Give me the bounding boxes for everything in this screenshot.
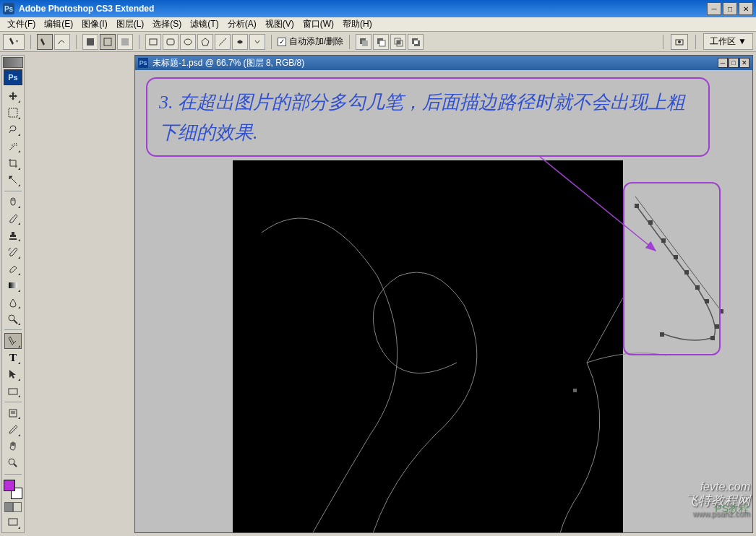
menu-image[interactable]: 图像(I) [77, 17, 111, 32]
menu-help[interactable]: 帮助(H) [338, 17, 377, 32]
marquee-tool[interactable] [4, 105, 22, 121]
blur-tool[interactable] [4, 295, 22, 310]
intersect-path-btn[interactable] [390, 34, 406, 50]
auto-checkbox[interactable]: ✓ [278, 38, 286, 46]
menu-file[interactable]: 文件(F) [3, 17, 40, 32]
menu-view[interactable]: 视图(V) [261, 17, 298, 32]
dodge-icon [7, 314, 19, 325]
pen-tool-btn[interactable] [37, 34, 53, 50]
document-title: 未标题-1.psd @ 66.7% (图层 8, RGB/8) [153, 57, 304, 69]
path-selection-tool[interactable] [4, 367, 22, 382]
menu-layer[interactable]: 图层(L) [112, 17, 149, 32]
ellipse-shape-btn[interactable] [180, 34, 196, 50]
svg-rect-26 [9, 389, 17, 394]
svg-point-5 [184, 39, 192, 45]
svg-rect-0 [87, 38, 94, 46]
paths-btn[interactable] [100, 34, 116, 50]
marquee-icon [7, 107, 19, 118]
doc-minimize-btn[interactable]: ─ [718, 58, 728, 68]
separator [695, 35, 696, 49]
quickmask-btn[interactable] [13, 502, 22, 512]
eyedropper-tool[interactable] [4, 422, 22, 437]
rectangle-icon [148, 37, 158, 47]
auto-add-delete-option[interactable]: ✓ 自动添加/删除 [278, 35, 343, 48]
healing-tool[interactable] [4, 194, 22, 209]
doc-maximize-btn[interactable]: □ [729, 58, 739, 68]
freeform-pen-icon [57, 37, 67, 47]
separator [76, 35, 77, 49]
auto-label: 自动添加/删除 [289, 35, 343, 48]
rectangle-shape-btn[interactable] [145, 34, 161, 50]
shape-tools-group [145, 34, 265, 50]
stamp-tool[interactable] [4, 228, 22, 243]
dodge-tool[interactable] [4, 311, 22, 327]
color-swatches[interactable] [4, 480, 22, 499]
tool-separator [4, 402, 22, 402]
window-controls: ─ □ ✕ [707, 2, 753, 15]
workspace-label: 工作区 ▼ [710, 35, 747, 48]
move-tool[interactable] [4, 89, 22, 104]
maximize-button[interactable]: □ [723, 2, 737, 15]
current-tool-preset[interactable] [3, 34, 25, 50]
slice-icon [7, 174, 19, 186]
notes-tool[interactable] [4, 405, 22, 420]
canvas-content[interactable] [233, 160, 623, 532]
hand-icon [7, 441, 19, 452]
crop-icon [7, 157, 19, 169]
subtract-path-btn[interactable] [373, 34, 389, 50]
menu-analysis[interactable]: 分析(A) [223, 17, 261, 32]
blur-icon [7, 297, 19, 308]
freeform-pen-btn[interactable] [54, 34, 70, 50]
standard-mode-btn[interactable] [4, 502, 13, 512]
hand-tool[interactable] [4, 439, 22, 454]
path-selection-icon [7, 368, 19, 380]
custom-shape-btn[interactable] [232, 34, 248, 50]
canvas-viewport[interactable]: 3. 在超出图片的部分多勾几笔，后面描边路径时就不会出现上粗下细的效果. [135, 70, 752, 532]
workspace-switcher[interactable]: 工作区 ▼ [703, 33, 753, 50]
tool-separator [4, 474, 22, 475]
screen-mode-btn[interactable] [4, 515, 22, 530]
options-bar: ✓ 自动添加/删除 工作区 ▼ [0, 32, 756, 52]
lasso-tool[interactable] [4, 122, 22, 137]
menu-edit[interactable]: 编辑(E) [40, 17, 77, 32]
annotation-text: 3. 在超出图片的部分多勾几笔，后面描边路径时就不会出现上粗下细的效果. [159, 92, 685, 143]
menu-filter[interactable]: 滤镜(T) [186, 17, 223, 32]
doc-close-btn[interactable]: ✕ [739, 58, 749, 68]
menu-window[interactable]: 窗口(W) [298, 17, 338, 32]
type-tool[interactable]: T [4, 350, 22, 366]
polygon-icon [200, 37, 210, 47]
minimize-button[interactable]: ─ [707, 2, 721, 15]
separator [349, 35, 350, 49]
slice-tool[interactable] [4, 173, 22, 188]
crop-tool[interactable] [4, 155, 22, 170]
rounded-rect-btn[interactable] [163, 34, 179, 50]
close-button[interactable]: ✕ [739, 2, 753, 15]
fill-pixels-btn[interactable] [117, 34, 133, 50]
path-mode-group [82, 34, 133, 50]
toolbox[interactable]: Ps T [1, 55, 25, 533]
pen-tool-icon [7, 335, 19, 347]
go-to-bridge-btn[interactable] [671, 34, 688, 50]
pen-tool[interactable] [4, 333, 22, 348]
polygon-shape-btn[interactable] [197, 34, 213, 50]
tool-separator [4, 191, 22, 191]
foreground-color[interactable] [4, 480, 15, 491]
menu-select[interactable]: 选择(S) [148, 17, 186, 32]
line-shape-btn[interactable] [215, 34, 231, 50]
gradient-tool[interactable] [4, 278, 22, 293]
brush-tool[interactable] [4, 211, 22, 226]
exclude-path-btn[interactable] [408, 34, 424, 50]
separator [30, 35, 31, 49]
wand-tool[interactable] [4, 139, 22, 154]
zoom-tool[interactable] [4, 456, 22, 471]
shape-layers-btn[interactable] [82, 34, 98, 50]
shape-tool[interactable] [4, 384, 22, 399]
shape-options-btn[interactable] [249, 34, 265, 50]
toolbox-grip[interactable] [3, 57, 23, 68]
document-titlebar[interactable]: Ps 未标题-1.psd @ 66.7% (图层 8, RGB/8) ─ □ ✕ [135, 56, 752, 70]
history-brush-tool[interactable] [4, 244, 22, 259]
add-path-btn[interactable] [356, 34, 371, 50]
eraser-tool[interactable] [4, 261, 22, 277]
eyedropper-icon [7, 424, 19, 436]
type-icon: T [9, 352, 17, 364]
